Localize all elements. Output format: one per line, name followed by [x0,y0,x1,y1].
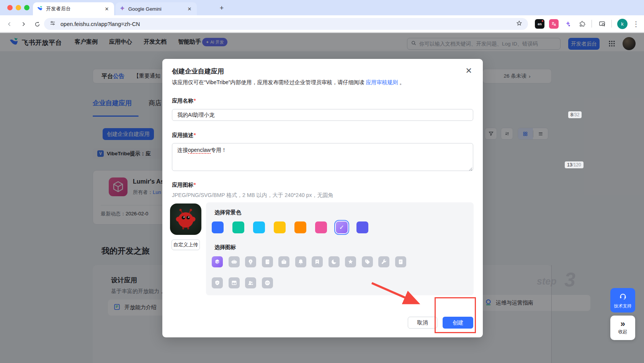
back-icon[interactable] [5,19,15,29]
bg-color-label: 选择背景色 [214,209,241,216]
collapse-label: 收起 [618,329,628,335]
wrench-icon-tile[interactable] [378,256,389,267]
window-zoom-button[interactable] [24,5,29,10]
bookmark-icon-tile[interactable] [312,256,323,267]
tab-close-icon[interactable]: ✕ [186,6,193,12]
book-icon [264,258,271,265]
app-icon-preview [170,203,201,236]
star-icon-tile[interactable] [345,256,356,267]
icon-field-label: 应用图标* [172,182,196,189]
reload-icon[interactable] [32,19,42,29]
tag-icon [364,258,371,265]
bg-color-swatch-pink[interactable] [315,221,327,233]
robot-icon-tile[interactable] [229,256,240,267]
resize-handle[interactable] [469,168,472,171]
headset-icon [619,292,627,302]
layout-icon [230,279,238,286]
toolbar-separator [592,20,592,28]
code-icon [264,279,271,286]
moon-icon [330,258,338,265]
people-icon [247,279,254,286]
briefcase-icon [280,258,288,265]
extension-dot [542,20,543,22]
modal-subtitle: 该应用仅可在“VibeTribe”内部使用，应用发布需经过企业管理员审核，请仔细… [172,79,405,86]
document-icon-tile[interactable] [395,256,406,267]
extension-purple-icon[interactable] [563,19,573,29]
shield-icon-tile[interactable] [212,277,223,288]
app-description-textarea[interactable]: 连接openclaw专用！ [172,143,473,171]
review-rules-link[interactable]: 应用审核规则 [366,79,398,85]
cube-icon-tile[interactable] [212,256,223,267]
gemini-favicon [119,5,125,12]
people-icon-tile[interactable] [245,277,256,288]
shield-icon [214,279,221,286]
bg-color-swatches [212,221,368,233]
cube-icon [214,258,221,265]
tab-close-icon[interactable]: ✕ [103,6,110,12]
lightbulb-icon [247,258,254,265]
bg-color-swatch-indigo[interactable] [356,221,368,233]
app-name-input[interactable] [172,109,473,121]
bookmark-star-icon[interactable] [516,20,523,28]
bg-color-swatch-blue[interactable] [212,221,224,233]
tab-title: Google Gemini [128,6,183,12]
close-icon[interactable]: ✕ [465,67,472,75]
bookmark-icon [314,258,321,265]
browser-tab-inactive[interactable]: Google Gemini ✕ [116,2,197,15]
feishu-favicon [37,5,43,13]
layout-icon-tile[interactable] [229,277,240,288]
window-minimize-button[interactable] [16,5,21,10]
name-field-label: 应用名称* [172,98,196,104]
create-button[interactable]: 创建 [443,317,473,329]
code-icon-tile[interactable] [262,277,273,288]
briefcase-icon-tile[interactable] [278,256,289,267]
screen: 开发者后台 ✕ Google Gemini ✕ + open.feishu.cn… [0,0,644,363]
desc-field-label: 应用描述* [172,132,196,139]
lightbulb-icon-tile[interactable] [245,256,256,267]
browser-profile-avatar[interactable]: k [617,19,628,29]
tab-title: 开发者后台 [46,5,100,12]
moon-icon-tile[interactable] [329,256,340,267]
toolbar-separator [611,20,612,28]
extensions-puzzle-icon[interactable] [577,19,587,29]
extension-translate-icon[interactable] [549,19,559,29]
create-app-modal: 创建企业自建应用 ✕ 该应用仅可在“VibeTribe”内部使用，应用发布需经过… [162,59,483,337]
tech-support-button[interactable]: 技术支持 [610,288,635,313]
browser-toolbar: open.feishu.cn/app?lang=zh-CN en k ⋮ [0,15,644,33]
window-close-button[interactable] [7,5,13,10]
document-icon [397,258,404,265]
icon-picker-panel: 选择背景色 选择图标 [206,202,474,295]
tag-icon-tile[interactable] [362,256,373,267]
url-text: open.feishu.cn/app?lang=zh-CN [60,21,140,27]
browser-menu-icon[interactable]: ⋮ [631,19,641,29]
icon-format-hint: JPEG/PNG/SVG/BMP 格式，2 MB 以内，大于 240*240 p… [172,192,333,199]
name-char-counter: 8/32 [568,111,582,118]
modal-title: 创建企业自建应用 [172,67,224,76]
site-settings-icon[interactable] [49,20,56,28]
bg-color-swatch-sky[interactable] [253,221,265,233]
browser-tab-active[interactable]: 开发者后台 ✕ [33,2,114,15]
icon-grid [212,256,414,298]
bg-color-swatch-teal[interactable] [232,221,244,233]
bg-color-swatch-orange[interactable] [294,221,306,233]
misspelled-word: openclaw [188,147,211,154]
new-tab-button[interactable]: + [217,3,227,13]
tech-support-label: 技术支持 [614,303,632,309]
extension-en-icon[interactable]: en [535,19,544,29]
collapse-button[interactable]: » 收起 [610,316,635,340]
wrench-icon [380,258,387,265]
bg-color-swatch-purple[interactable] [336,221,348,233]
forward-icon[interactable] [18,19,28,29]
bell-icon-tile[interactable] [295,256,306,267]
search-tabs-icon[interactable] [597,19,607,29]
book-icon-tile[interactable] [262,256,273,267]
bg-color-swatch-amber[interactable] [274,221,286,233]
cancel-button[interactable]: 取消 [408,317,437,329]
desc-char-counter: 13/120 [565,161,584,168]
custom-upload-button[interactable]: 自定义上传 [172,239,200,250]
star-icon [347,258,354,265]
bell-icon [297,258,304,265]
url-bar[interactable]: open.feishu.cn/app?lang=zh-CN [44,18,528,30]
robot-icon [230,258,238,265]
icon-choice-label: 选择图标 [214,244,236,251]
